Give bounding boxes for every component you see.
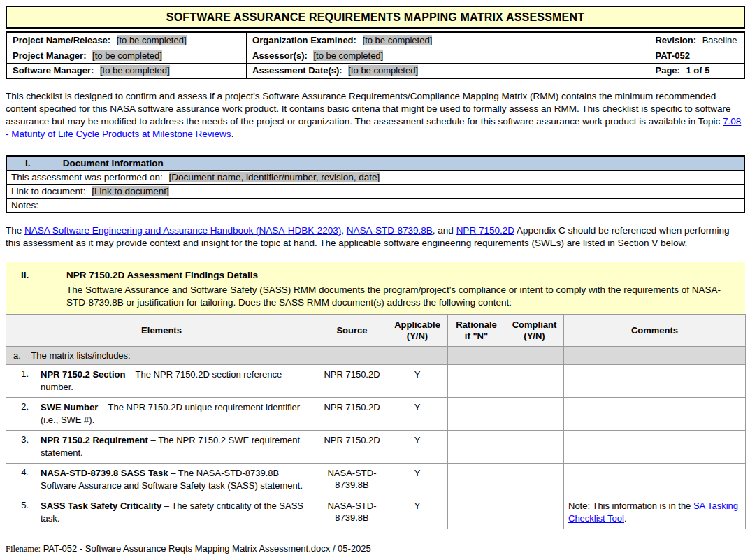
software-manager-field[interactable]: [to be completed]: [100, 65, 170, 76]
group-label: The matrix lists/includes:: [31, 350, 130, 361]
software-manager-label: Software Manager:: [13, 65, 94, 76]
assessor-label: Assessor(s):: [252, 50, 308, 61]
organization-field[interactable]: [to be completed]: [363, 35, 433, 45]
element-text: SASS Task Safety Criticality – The safet…: [41, 500, 312, 525]
element-number: 1.: [6, 368, 29, 394]
performed-on-field[interactable]: [Document name, identifier/number, revis…: [169, 172, 380, 182]
col-header-applicable: Applicable (Y/N): [387, 315, 448, 347]
col-header-applicable-l1: Applicable: [387, 320, 447, 331]
footer: Filename: PAT-052 - Software Assurance R…: [6, 543, 745, 554]
npr-7150-link[interactable]: NPR 7150.2D: [456, 225, 514, 236]
col-header-rationale-l2: if "N": [448, 331, 505, 342]
applicable-cell[interactable]: Y: [387, 398, 448, 431]
rationale-cell[interactable]: [448, 496, 505, 529]
nasa-std-8739-link[interactable]: NASA-STD-8739.8B: [347, 225, 433, 236]
applicable-cell[interactable]: Y: [387, 496, 448, 529]
col-header-source: Source: [317, 315, 387, 347]
section1-header-cell: I. Document Information: [6, 156, 744, 171]
finding-row-1: 1. NPR 7150.2 Section – The NPR 7150.2D …: [6, 365, 746, 398]
col-header-applicable-l2: (Y/N): [387, 331, 447, 342]
finding-row-4: 4. NASA-STD-8739.8 SASS Task – The NASA-…: [6, 464, 746, 496]
element-number: 4.: [6, 467, 29, 492]
document-title: SOFTWARE ASSURANCE REQUIREMENTS MAPPING …: [6, 6, 745, 29]
element-cell: 4. NASA-STD-8739.8 SASS Task – The NASA-…: [6, 464, 317, 496]
compliant-cell[interactable]: [505, 431, 564, 464]
assessment-date-cell: Assessment Date(s): [to be completed]: [247, 63, 649, 78]
table-row: Software Manager: [to be completed] Asse…: [6, 63, 744, 78]
comments-cell[interactable]: [564, 398, 746, 431]
table-row: Project Manager: [to be completed] Asses…: [6, 48, 744, 63]
document-title-text: SOFTWARE ASSURANCE REQUIREMENTS MAPPING …: [166, 11, 584, 24]
ref-text-before: The: [6, 225, 24, 236]
revision-value: Baseline: [702, 35, 737, 45]
page-label: Page:: [655, 65, 679, 76]
intro-paragraph: This checklist is designed to confirm an…: [6, 90, 745, 141]
element-term: NPR 7150.2 Section: [41, 369, 125, 380]
comments-cell[interactable]: [564, 365, 746, 398]
comment-text-end: .: [624, 513, 627, 524]
section1-number: I.: [25, 158, 60, 168]
applicable-cell[interactable]: Y: [387, 365, 448, 398]
applicable-cell[interactable]: Y: [387, 464, 448, 496]
notes-cell[interactable]: Notes:: [6, 199, 744, 213]
revision-cell: Revision: Baseline: [649, 32, 744, 48]
col-header-rationale-l1: Rationale: [448, 320, 505, 331]
filename-value: PAT-052 - Software Assurance Reqts Mappi…: [43, 543, 371, 554]
element-cell: 5. SASS Task Safety Criticality – The sa…: [6, 496, 317, 529]
assessor-field[interactable]: [to be completed]: [313, 50, 383, 61]
comments-cell[interactable]: [564, 431, 746, 464]
col-header-compliant-l2: (Y/N): [505, 331, 563, 342]
ref-text-mid2: , and: [433, 225, 456, 236]
assessor-cell: Assessor(s): [to be completed]: [247, 48, 649, 63]
element-term: NPR 7150.2 Requirement: [41, 435, 148, 445]
document-page: SOFTWARE ASSURANCE REQUIREMENTS MAPPING …: [0, 0, 750, 554]
element-cell: 1. NPR 7150.2 Section – The NPR 7150.2D …: [6, 365, 317, 398]
section2-heading-row: II. NPR 7150.2D Assessment Findings Deta…: [6, 270, 735, 280]
compliant-cell[interactable]: [505, 496, 564, 529]
group-empty-cell: [564, 347, 746, 365]
group-empty-cell: [317, 347, 387, 365]
rationale-cell[interactable]: [448, 464, 505, 496]
software-manager-cell: Software Manager: [to be completed]: [6, 63, 247, 78]
project-manager-cell: Project Manager: [to be completed]: [6, 48, 247, 63]
rationale-cell[interactable]: [448, 398, 505, 431]
comments-cell[interactable]: Note: This information is in the SA Task…: [564, 496, 746, 529]
rationale-cell[interactable]: [448, 365, 505, 398]
organization-label: Organization Examined:: [252, 35, 356, 45]
comments-cell[interactable]: [564, 464, 746, 496]
findings-header-row: Elements Source Applicable (Y/N) Rationa…: [6, 315, 746, 347]
source-cell: NPR 7150.2D: [317, 398, 387, 431]
element-cell: 2. SWE Number – The NPR 7150.2D unique r…: [6, 398, 317, 431]
notes-label: Notes:: [11, 200, 38, 210]
col-header-compliant-l1: Compliant: [505, 320, 563, 331]
references-paragraph: The NASA Software Engineering and Assura…: [6, 224, 745, 250]
compliant-cell[interactable]: [505, 464, 564, 496]
group-row-a: a. The matrix lists/includes:: [6, 347, 746, 365]
performed-on-label: This assessment was performed on:: [11, 172, 163, 182]
source-cell: NASA-STD-8739.8B: [317, 464, 387, 496]
project-manager-field[interactable]: [to be completed]: [92, 50, 162, 61]
element-text: NPR 7150.2 Section – The NPR 7150.2D sec…: [41, 368, 312, 394]
link-to-document-label: Link to document:: [11, 186, 86, 196]
revision-label: Revision:: [655, 35, 696, 45]
link-to-document-field[interactable]: [Link to document]: [92, 186, 168, 196]
table-row: This assessment was performed on: [Docum…: [6, 171, 744, 185]
project-name-field[interactable]: [to be completed]: [117, 35, 187, 45]
page-number-cell: Page: 1 of 5: [649, 63, 744, 78]
applicable-cell[interactable]: Y: [387, 431, 448, 464]
section2-title: NPR 7150.2D Assessment Findings Details: [66, 270, 258, 280]
col-header-comments: Comments: [564, 315, 746, 347]
element-cell: 3. NPR 7150.2 Requirement – The NPR 7150…: [6, 431, 317, 464]
element-number: 5.: [6, 500, 29, 525]
rationale-cell[interactable]: [448, 431, 505, 464]
finding-row-5: 5. SASS Task Safety Criticality – The sa…: [6, 496, 746, 529]
compliant-cell[interactable]: [505, 365, 564, 398]
compliant-cell[interactable]: [505, 398, 564, 431]
comment-text: Note: This information is in the: [568, 501, 693, 511]
page-value: 1 of 5: [686, 65, 710, 76]
assessment-date-field[interactable]: [to be completed]: [348, 65, 418, 76]
element-text: SWE Number – The NPR 7150.2D unique requ…: [41, 401, 312, 426]
col-header-compliant: Compliant (Y/N): [505, 315, 564, 347]
assessment-findings-section-header: II. NPR 7150.2D Assessment Findings Deta…: [6, 262, 745, 314]
nasa-handbook-link[interactable]: NASA Software Engineering and Assurance …: [24, 225, 344, 236]
